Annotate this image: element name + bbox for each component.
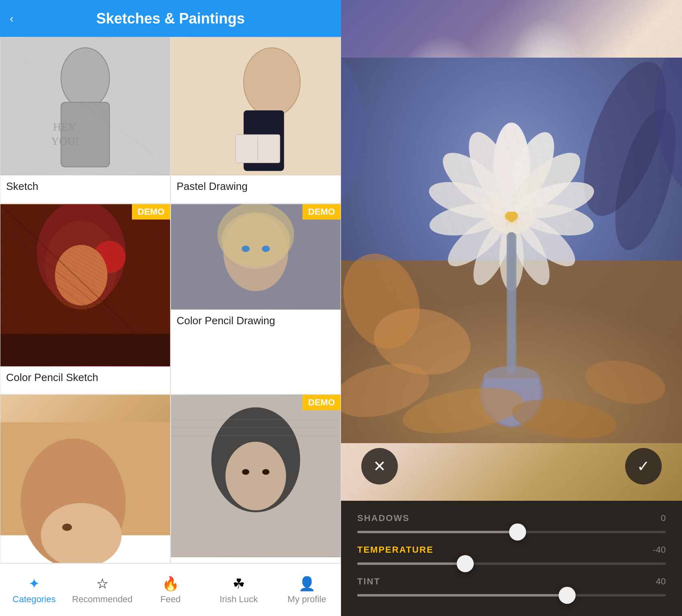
pastel-item[interactable]: Pastel Drawing bbox=[170, 37, 341, 204]
svg-point-54 bbox=[512, 175, 598, 226]
filter-grid: HEY YOU! Sketch Pastel Drawing bbox=[0, 37, 341, 563]
nav-categories[interactable]: ✦ Categories bbox=[0, 575, 68, 605]
row3-left-preview bbox=[0, 395, 170, 508]
svg-rect-63 bbox=[507, 232, 516, 374]
shadows-thumb[interactable] bbox=[509, 523, 526, 541]
row3-left-item[interactable] bbox=[0, 394, 170, 563]
bottom-nav: ✦ Categories ☆ Recommended 🔥 Feed ☘ Iris… bbox=[0, 563, 341, 616]
svg-point-44 bbox=[341, 243, 433, 359]
svg-point-56 bbox=[515, 198, 596, 241]
svg-point-25 bbox=[217, 204, 294, 267]
svg-point-55 bbox=[425, 175, 512, 226]
nav-recommended[interactable]: ☆ Recommended bbox=[68, 575, 136, 605]
svg-point-1 bbox=[61, 48, 109, 108]
svg-point-49 bbox=[495, 127, 528, 208]
tint-slider-row: TINT 40 bbox=[357, 576, 666, 597]
svg-point-35 bbox=[242, 469, 249, 475]
flower-svg bbox=[341, 0, 682, 501]
tint-header: TINT 40 bbox=[357, 576, 666, 587]
svg-point-52 bbox=[502, 143, 589, 224]
controls-area: SHADOWS 0 TEMPERATURE -40 TINT 40 bbox=[341, 501, 682, 616]
confirm-button[interactable]: ✓ bbox=[625, 448, 662, 485]
temperature-label: TEMPERATURE bbox=[357, 545, 434, 555]
recommended-label: Recommended bbox=[72, 594, 132, 605]
svg-point-50 bbox=[497, 125, 564, 217]
svg-point-60 bbox=[503, 214, 557, 290]
irish-luck-icon: ☘ bbox=[233, 575, 245, 592]
svg-point-34 bbox=[225, 442, 286, 510]
feed-label: Feed bbox=[160, 594, 181, 605]
svg-rect-21 bbox=[0, 334, 170, 366]
svg-point-59 bbox=[440, 207, 514, 275]
svg-point-42 bbox=[567, 52, 682, 226]
irish-luck-label: Irish Luck bbox=[220, 594, 258, 605]
shadows-header: SHADOWS 0 bbox=[357, 513, 666, 523]
svg-point-62 bbox=[499, 222, 524, 291]
svg-rect-41 bbox=[341, 261, 682, 443]
nav-my-profile[interactable]: 👤 My profile bbox=[273, 575, 341, 605]
temperature-fill bbox=[357, 562, 465, 565]
svg-point-58 bbox=[509, 207, 583, 275]
back-button[interactable]: ‹ bbox=[10, 12, 13, 25]
recommended-icon: ☆ bbox=[96, 575, 108, 592]
svg-point-26 bbox=[242, 246, 250, 252]
demo-badge-color-sketch: DEMO bbox=[132, 204, 170, 220]
tint-thumb[interactable] bbox=[559, 587, 576, 604]
sketch-preview: HEY YOU! bbox=[0, 37, 170, 175]
nav-feed[interactable]: 🔥 Feed bbox=[136, 575, 205, 605]
feed-icon: 🔥 bbox=[162, 575, 179, 592]
tint-track[interactable] bbox=[357, 594, 666, 597]
tint-fill bbox=[357, 594, 567, 597]
sketch-item[interactable]: HEY YOU! Sketch bbox=[0, 37, 170, 204]
my-profile-label: My profile bbox=[287, 594, 326, 605]
confirm-icon: ✓ bbox=[637, 457, 650, 475]
left-panel: ‹ Sketches & Paintings HEY YOU! bbox=[0, 0, 341, 616]
shadows-value: 0 bbox=[661, 513, 666, 523]
nav-irish-luck[interactable]: ☘ Irish Luck bbox=[205, 575, 273, 605]
svg-text:YOU!: YOU! bbox=[51, 135, 79, 147]
svg-line-20 bbox=[0, 245, 170, 366]
temperature-track[interactable] bbox=[357, 562, 666, 565]
svg-point-51 bbox=[459, 125, 526, 217]
tint-label: TINT bbox=[357, 576, 380, 587]
page-title: Sketches & Paintings bbox=[96, 10, 245, 27]
pastel-label: Pastel Drawing bbox=[171, 175, 341, 198]
svg-point-48 bbox=[493, 123, 530, 212]
svg-line-19 bbox=[0, 224, 170, 366]
svg-point-15 bbox=[37, 204, 126, 306]
right-panel: ✕ ✓ SHADOWS 0 TEMPERATURE -40 bbox=[341, 0, 682, 616]
tint-value: 40 bbox=[656, 576, 666, 587]
svg-point-45 bbox=[369, 301, 476, 382]
pastel-preview bbox=[171, 37, 341, 175]
color-sketch-item[interactable]: DEMO Color Pencil S bbox=[0, 204, 170, 395]
demo-badge-row3: DEMO bbox=[302, 395, 341, 410]
row3-right-preview bbox=[171, 395, 341, 557]
color-pencil-item[interactable]: DEMO Color Pencil Drawing bbox=[170, 204, 341, 395]
categories-label: Categories bbox=[13, 594, 56, 605]
temperature-thumb[interactable] bbox=[457, 555, 474, 572]
color-pencil-preview bbox=[171, 204, 341, 310]
svg-point-53 bbox=[434, 143, 521, 224]
svg-point-68 bbox=[341, 354, 435, 426]
svg-point-66 bbox=[399, 380, 527, 442]
demo-badge-color-pencil: DEMO bbox=[302, 204, 341, 220]
svg-text:HEY: HEY bbox=[53, 121, 76, 133]
shadows-fill bbox=[357, 531, 518, 533]
svg-rect-40 bbox=[341, 58, 682, 443]
shadows-label: SHADOWS bbox=[357, 513, 410, 523]
svg-point-16 bbox=[93, 241, 126, 273]
row3-right-item[interactable]: DEMO bbox=[170, 394, 341, 563]
photo-area: ✕ ✓ bbox=[341, 0, 682, 501]
svg-point-57 bbox=[427, 198, 508, 241]
cancel-button[interactable]: ✕ bbox=[361, 448, 398, 485]
svg-line-18 bbox=[0, 205, 170, 366]
shadows-track[interactable] bbox=[357, 531, 666, 533]
temperature-header: TEMPERATURE -40 bbox=[357, 545, 666, 555]
svg-point-69 bbox=[581, 354, 669, 410]
svg-point-27 bbox=[262, 246, 270, 252]
svg-point-46 bbox=[487, 190, 536, 234]
categories-icon: ✦ bbox=[28, 575, 40, 592]
color-sketch-preview bbox=[0, 204, 170, 366]
svg-point-9 bbox=[244, 48, 300, 116]
svg-point-65 bbox=[483, 366, 540, 390]
